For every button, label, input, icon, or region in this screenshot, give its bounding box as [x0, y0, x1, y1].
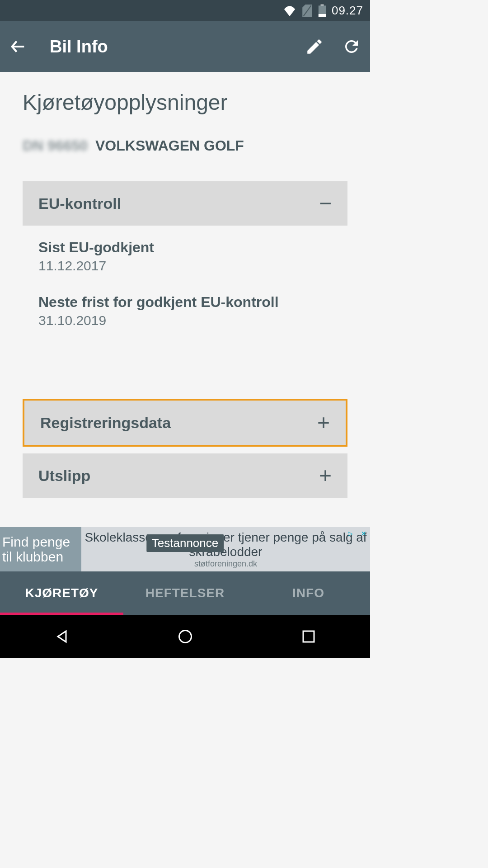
- svg-rect-5: [303, 631, 314, 642]
- ad-left-text: Find penge til klubben: [0, 534, 81, 564]
- plus-icon: +: [319, 465, 332, 486]
- sim-icon: [302, 5, 313, 17]
- bottom-tabs: KJØRETØY HEFTELSER INFO: [0, 571, 370, 615]
- tab-info[interactable]: INFO: [247, 571, 370, 615]
- status-time: 09.27: [332, 4, 363, 18]
- svg-rect-1: [320, 5, 324, 5]
- ad-center: Skoleklasser og foreninger tjener penge …: [81, 530, 370, 569]
- plus-icon: +: [317, 412, 330, 434]
- ad-label: Testannonce: [146, 534, 224, 552]
- info-value: 11.12.2017: [38, 258, 332, 274]
- accordion-utslipp: Utslipp +: [23, 453, 347, 498]
- nav-home-icon[interactable]: [177, 628, 193, 645]
- vehicle-prefix: DN 96650: [23, 137, 88, 154]
- svg-point-4: [179, 631, 191, 643]
- spacer: [23, 349, 347, 399]
- info-label: Neste frist for godkjent EU-kontroll: [38, 294, 332, 311]
- minus-icon: −: [319, 193, 332, 214]
- status-icons: 09.27: [283, 4, 363, 18]
- ad-main-text: Skoleklasser og foreninger tjener penge …: [81, 530, 370, 559]
- accordion-title-eu-kontroll: EU-kontroll: [38, 195, 121, 212]
- page-title: Kjøretøyopplysninger: [23, 90, 347, 115]
- nav-recent-icon[interactable]: [300, 628, 317, 645]
- ad-banner[interactable]: Find penge til klubben Skoleklasser og f…: [0, 527, 370, 571]
- tab-kjoretoy[interactable]: KJØRETØY: [0, 571, 123, 615]
- back-icon[interactable]: [9, 38, 27, 56]
- ad-controls: ▷ ✕: [344, 527, 370, 540]
- nav-bar: [0, 615, 370, 658]
- info-row: Neste frist for godkjent EU-kontroll 31.…: [38, 294, 332, 328]
- accordion-body-eu-kontroll: Sist EU-godkjent 11.12.2017 Neste frist …: [23, 226, 347, 342]
- ad-sub-text: støtforeningen.dk: [81, 559, 370, 569]
- accordion-header-eu-kontroll[interactable]: EU-kontroll −: [23, 181, 347, 226]
- vehicle-name: DN 96650 VOLKSWAGEN GOLF: [23, 137, 347, 154]
- tab-heftelser[interactable]: HEFTELSER: [123, 571, 247, 615]
- tab-indicator: [0, 613, 123, 615]
- vehicle-model: VOLKSWAGEN GOLF: [95, 137, 244, 154]
- info-row: Sist EU-godkjent 11.12.2017: [38, 239, 332, 274]
- nav-back-icon[interactable]: [54, 628, 70, 645]
- accordion-header-registreringsdata[interactable]: Registreringsdata +: [24, 401, 346, 445]
- accordion-title-registreringsdata: Registreringsdata: [40, 414, 171, 432]
- wifi-icon: [283, 5, 296, 16]
- battery-icon: [318, 5, 326, 17]
- content-area: Kjøretøyopplysninger DN 96650 VOLKSWAGEN…: [0, 72, 370, 527]
- accordion-registreringsdata: Registreringsdata +: [23, 399, 347, 447]
- app-title: Bil Info: [50, 37, 305, 57]
- svg-rect-3: [319, 14, 326, 17]
- appbar-actions: [305, 37, 361, 56]
- accordion-header-utslipp[interactable]: Utslipp +: [23, 453, 347, 498]
- ad-close-icon[interactable]: ✕: [357, 527, 370, 540]
- ad-info-icon[interactable]: ▷: [344, 527, 357, 540]
- info-label: Sist EU-godkjent: [38, 239, 332, 256]
- edit-icon[interactable]: [305, 37, 324, 56]
- info-value: 31.10.2019: [38, 313, 332, 328]
- accordion-eu-kontroll: EU-kontroll − Sist EU-godkjent 11.12.201…: [23, 181, 347, 342]
- refresh-icon[interactable]: [342, 37, 361, 56]
- accordion-title-utslipp: Utslipp: [38, 467, 90, 485]
- status-bar: 09.27: [0, 0, 370, 21]
- app-bar: Bil Info: [0, 21, 370, 72]
